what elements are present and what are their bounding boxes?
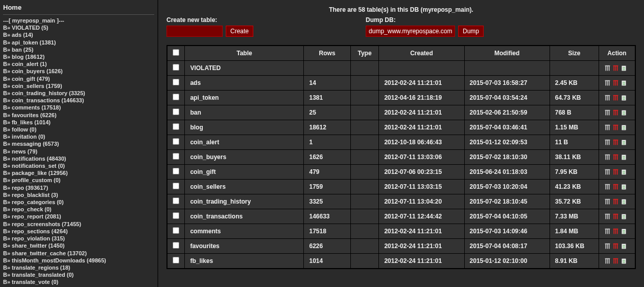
create-table-input[interactable] xyxy=(166,26,223,37)
cell-table-name[interactable]: fb_likes xyxy=(185,254,304,269)
structure-icon[interactable] xyxy=(604,198,611,205)
drop-icon[interactable] xyxy=(612,139,619,146)
sidebar-item-repo_report[interactable]: B» repo_report (2081) xyxy=(3,213,154,220)
drop-icon[interactable] xyxy=(612,80,619,86)
header-select-all[interactable] xyxy=(168,46,185,61)
row-checkbox[interactable] xyxy=(173,64,179,71)
cell-table-name[interactable]: ban xyxy=(185,105,304,120)
sidebar-item-repo_violation[interactable]: B» repo_violation (315) xyxy=(3,235,154,242)
structure-icon[interactable] xyxy=(604,228,611,235)
select-all-checkbox[interactable] xyxy=(173,49,179,56)
sidebar-item-VIOLATED[interactable]: B» VIOLATED (5) xyxy=(3,24,154,31)
export-icon[interactable] xyxy=(621,213,627,220)
drop-icon[interactable] xyxy=(612,65,619,72)
sidebar-item-coin_buyers[interactable]: B» coin_buyers (1626) xyxy=(3,68,154,75)
cell-table-name[interactable]: coin_trading_history xyxy=(185,194,304,209)
sidebar-item-repo_check[interactable]: B» repo_check (0) xyxy=(3,206,154,213)
row-checkbox[interactable] xyxy=(173,227,179,234)
dump-db-input[interactable] xyxy=(366,26,455,37)
sidebar-home-link[interactable]: Home xyxy=(3,2,154,14)
sidebar-item-package_like[interactable]: B» package_like (12956) xyxy=(3,169,154,176)
row-checkbox[interactable] xyxy=(173,242,179,249)
export-icon[interactable] xyxy=(621,95,627,101)
structure-icon[interactable] xyxy=(604,65,611,72)
structure-icon[interactable] xyxy=(604,243,611,250)
export-icon[interactable] xyxy=(621,124,627,131)
row-checkbox[interactable] xyxy=(173,138,179,145)
sidebar-item-fb_likes[interactable]: B» fb_likes (1014) xyxy=(3,119,154,126)
export-icon[interactable] xyxy=(621,154,627,161)
drop-icon[interactable] xyxy=(612,228,619,235)
sidebar-item-coin_alert[interactable]: B» coin_alert (1) xyxy=(3,60,154,68)
drop-icon[interactable] xyxy=(612,95,619,101)
row-checkbox[interactable] xyxy=(173,168,179,174)
structure-icon[interactable] xyxy=(604,213,611,220)
sidebar-item-coin_gift[interactable]: B» coin_gift (479) xyxy=(3,75,154,82)
drop-icon[interactable] xyxy=(612,198,619,205)
sidebar-item-translate_regions[interactable]: B» translate_regions (18) xyxy=(3,264,154,271)
sidebar-item-comments[interactable]: B» comments (17518) xyxy=(3,104,154,111)
sidebar-item-profile_custom[interactable]: B» profile_custom (0) xyxy=(3,176,154,184)
dump-db-button[interactable]: Dump xyxy=(458,26,484,37)
sidebar-item-share_twitter_cache[interactable]: B» share_twitter_cache (13702) xyxy=(3,250,154,257)
structure-icon[interactable] xyxy=(604,95,611,101)
cell-table-name[interactable]: coin_gift xyxy=(185,165,304,180)
sidebar-item-repo_screenshots[interactable]: B» repo_screenshots (71455) xyxy=(3,220,154,228)
cell-table-name[interactable]: coin_alert xyxy=(185,135,304,150)
export-icon[interactable] xyxy=(621,65,627,72)
sidebar-item-share_twitter[interactable]: B» share_twitter (1450) xyxy=(3,242,154,249)
structure-icon[interactable] xyxy=(604,258,611,264)
row-checkbox[interactable] xyxy=(173,94,179,100)
export-icon[interactable] xyxy=(621,228,627,235)
sidebar-item-repo_categories[interactable]: B» repo_categories (0) xyxy=(3,198,154,206)
export-icon[interactable] xyxy=(621,139,627,146)
cell-table-name[interactable]: comments xyxy=(185,224,304,239)
drop-icon[interactable] xyxy=(612,124,619,131)
drop-icon[interactable] xyxy=(612,109,619,116)
create-table-button[interactable]: Create xyxy=(226,26,253,37)
drop-icon[interactable] xyxy=(612,184,619,190)
row-checkbox[interactable] xyxy=(173,212,179,219)
sidebar-item-coin_trading_history[interactable]: B» coin_trading_history (3325) xyxy=(3,90,154,97)
cell-table-name[interactable]: blog xyxy=(185,120,304,135)
export-icon[interactable] xyxy=(621,169,627,175)
sidebar-item-repo_blacklist[interactable]: B» repo_blacklist (3) xyxy=(3,191,154,198)
sidebar-item-repo[interactable]: B» repo (393617) xyxy=(3,184,154,191)
cell-table-name[interactable]: coin_sellers xyxy=(185,180,304,194)
sidebar-item-notifications_set[interactable]: B» notifications_set (0) xyxy=(3,162,154,169)
export-icon[interactable] xyxy=(621,258,627,264)
row-checkbox[interactable] xyxy=(173,123,179,130)
row-checkbox[interactable] xyxy=(173,257,179,263)
sidebar-item-translate_translated[interactable]: B» translate_translated (0) xyxy=(3,271,154,278)
export-icon[interactable] xyxy=(621,243,627,250)
sidebar-item-coin_sellers[interactable]: B» coin_sellers (1759) xyxy=(3,82,154,90)
cell-table-name[interactable]: ads xyxy=(185,76,304,91)
export-icon[interactable] xyxy=(621,80,627,86)
drop-icon[interactable] xyxy=(612,213,619,220)
sidebar-item-coin_transactions[interactable]: B» coin_transactions (146633) xyxy=(3,97,154,104)
export-icon[interactable] xyxy=(621,184,627,190)
sidebar-item-blog[interactable]: B» blog (18612) xyxy=(3,53,154,60)
drop-icon[interactable] xyxy=(612,169,619,175)
cell-table-name[interactable]: api_token xyxy=(185,91,304,105)
sidebar-item-news[interactable]: B» news (79) xyxy=(3,148,154,155)
sidebar-item-api_token[interactable]: B» api_token (1381) xyxy=(3,39,154,46)
sidebar-item-favourites[interactable]: B» favourites (6226) xyxy=(3,112,154,119)
structure-icon[interactable] xyxy=(604,154,611,161)
sidebar-item-repo_sections[interactable]: B» repo_sections (4264) xyxy=(3,228,154,235)
sidebar-item-messaging[interactable]: B» messaging (6573) xyxy=(3,140,154,147)
export-icon[interactable] xyxy=(621,198,627,205)
structure-icon[interactable] xyxy=(604,80,611,86)
structure-icon[interactable] xyxy=(604,139,611,146)
sidebar-item-translate_vote[interactable]: B» translate_vote (0) xyxy=(3,278,154,285)
row-checkbox[interactable] xyxy=(173,197,179,204)
cell-table-name[interactable]: coin_transactions xyxy=(185,209,304,224)
sidebar-item-notifications[interactable]: B» notifications (48430) xyxy=(3,155,154,162)
sidebar-item-thisMonth_mostDownloads[interactable]: B» thisMonth_mostDownloads (49865) xyxy=(3,257,154,264)
structure-icon[interactable] xyxy=(604,109,611,116)
export-icon[interactable] xyxy=(621,109,627,116)
row-checkbox[interactable] xyxy=(173,183,179,189)
cell-table-name[interactable]: coin_buyers xyxy=(185,150,304,165)
row-checkbox[interactable] xyxy=(173,108,179,115)
drop-icon[interactable] xyxy=(612,243,619,250)
